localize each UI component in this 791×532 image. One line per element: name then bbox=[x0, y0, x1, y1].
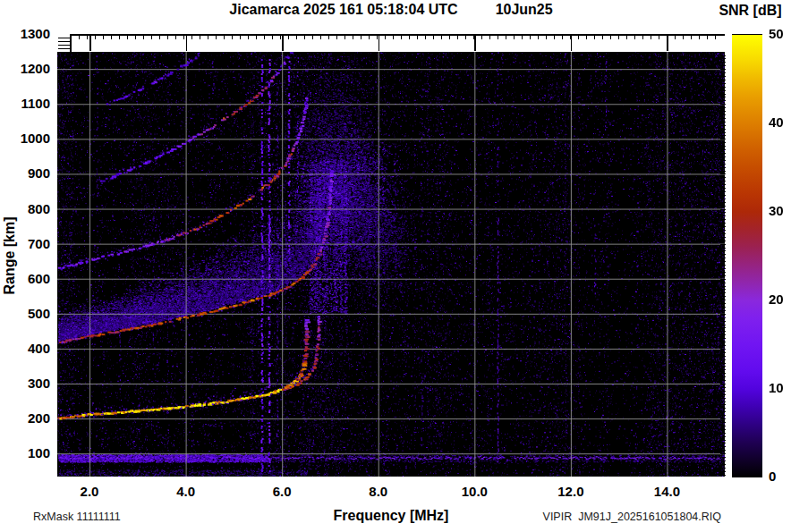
x-minor-tick bbox=[119, 34, 120, 39]
y-minor-tick-right bbox=[720, 296, 726, 297]
x-minor-tick bbox=[191, 34, 192, 39]
x-minor-tick bbox=[87, 34, 88, 39]
y-minor-tick-right bbox=[720, 331, 726, 332]
x-minor-tick bbox=[554, 34, 555, 39]
y-minor-tick-right bbox=[720, 104, 726, 105]
y-minor-tick-right bbox=[720, 69, 726, 70]
y-minor-tick-right bbox=[720, 206, 726, 207]
x-minor-tick bbox=[449, 34, 450, 39]
y-minor-tick-right bbox=[720, 468, 726, 469]
y-minor-tick-right bbox=[720, 436, 726, 437]
x-minor-tick bbox=[457, 34, 458, 39]
y-minor-tick-right bbox=[720, 230, 726, 231]
x-major-tick bbox=[378, 34, 380, 51]
x-major-tick bbox=[474, 34, 476, 51]
x-minor-tick bbox=[401, 34, 402, 39]
x-minor-tick bbox=[216, 34, 217, 39]
y-minor-tick-right bbox=[720, 226, 726, 227]
x-minor-tick bbox=[280, 34, 281, 39]
y-tick-label: 900 bbox=[0, 165, 50, 181]
x-minor-tick bbox=[248, 34, 249, 39]
y-tick-label: 600 bbox=[0, 271, 50, 286]
y-minor-tick-right bbox=[720, 398, 726, 399]
y-minor-tick-right bbox=[720, 244, 726, 245]
y-minor-tick-right bbox=[720, 135, 726, 136]
x-tick-label: 4.0 bbox=[176, 484, 195, 499]
y-minor-tick-right bbox=[720, 188, 726, 189]
y-minor-tick-right bbox=[720, 283, 726, 283]
y-minor-tick-right bbox=[720, 139, 726, 139]
y-minor-tick-right bbox=[720, 62, 726, 63]
y-minor-tick-right bbox=[720, 198, 726, 199]
ionogram-heatmap bbox=[57, 52, 725, 477]
x-minor-tick bbox=[594, 34, 595, 39]
x-minor-tick bbox=[506, 34, 506, 39]
colorbar-tick-label: 40 bbox=[769, 114, 784, 130]
x-minor-tick bbox=[240, 34, 241, 39]
y-minor-tick-right bbox=[720, 233, 726, 234]
y-minor-tick-right bbox=[720, 171, 726, 172]
y-minor-tick-right bbox=[720, 55, 726, 56]
y-minor-tick-right bbox=[720, 254, 726, 255]
colorbar-tick-label: 50 bbox=[769, 26, 784, 41]
y-minor-tick-right bbox=[720, 387, 726, 388]
x-minor-tick bbox=[127, 34, 128, 39]
y-minor-tick-right bbox=[720, 453, 726, 454]
x-minor-tick bbox=[344, 34, 345, 39]
y-tick-label: 300 bbox=[0, 376, 50, 391]
x-minor-tick bbox=[264, 34, 265, 39]
y-tick-label: 1300 bbox=[0, 26, 50, 41]
y-minor-tick-right bbox=[720, 164, 726, 165]
y-minor-tick-right bbox=[720, 132, 726, 133]
y-minor-tick-right bbox=[720, 429, 726, 430]
x-minor-tick bbox=[288, 34, 289, 39]
y-minor-tick-right bbox=[720, 107, 726, 108]
x-minor-tick bbox=[498, 34, 498, 39]
colorbar-tick-label: 30 bbox=[769, 203, 784, 218]
y-tick-label: 1200 bbox=[0, 61, 50, 76]
filename-label: VIPIR JM91J_2025161051804.RIQ bbox=[543, 511, 721, 523]
x-minor-tick bbox=[385, 34, 386, 39]
y-minor-tick-right bbox=[720, 223, 726, 224]
y-tick-label: 1000 bbox=[0, 131, 50, 146]
y-minor-tick-right bbox=[720, 321, 726, 322]
y-minor-tick-right bbox=[720, 327, 726, 328]
x-minor-tick bbox=[361, 34, 361, 39]
y-minor-tick-right bbox=[720, 460, 726, 461]
x-minor-tick bbox=[441, 34, 442, 39]
x-tick-label: 12.0 bbox=[557, 484, 583, 499]
y-minor-tick-right bbox=[720, 404, 726, 405]
x-minor-tick bbox=[224, 34, 225, 39]
y-minor-tick-right bbox=[720, 457, 726, 458]
y-minor-tick-right bbox=[720, 195, 726, 196]
y-minor-tick-right bbox=[720, 167, 726, 168]
x-minor-tick bbox=[522, 34, 523, 39]
x-tick-label: 14.0 bbox=[654, 484, 680, 499]
y-minor-tick-right bbox=[720, 300, 726, 300]
x-minor-tick bbox=[159, 34, 160, 39]
x-minor-tick bbox=[433, 34, 434, 39]
y-minor-tick-right bbox=[720, 394, 726, 395]
x-minor-tick bbox=[602, 34, 603, 39]
y-minor-tick-right bbox=[720, 173, 726, 174]
x-minor-tick bbox=[369, 34, 370, 39]
x-minor-tick bbox=[425, 34, 426, 39]
x-minor-tick bbox=[336, 34, 337, 39]
y-minor-tick-right bbox=[720, 156, 726, 157]
y-minor-tick-right bbox=[720, 471, 726, 472]
y-minor-tick-right bbox=[720, 310, 726, 311]
title-date: 10Jun25 bbox=[496, 2, 553, 18]
y-minor-tick-right bbox=[720, 422, 726, 423]
y-minor-tick-right bbox=[720, 118, 726, 119]
colorbar-title: SNR [dB] bbox=[710, 3, 791, 19]
x-minor-tick bbox=[296, 34, 297, 39]
y-minor-tick-right bbox=[720, 268, 726, 269]
x-minor-tick bbox=[651, 34, 651, 39]
y-minor-tick-right bbox=[720, 241, 726, 241]
y-minor-tick-right bbox=[720, 334, 726, 335]
y-minor-tick-right bbox=[720, 359, 726, 360]
y-minor-tick-right bbox=[720, 376, 726, 377]
y-tick-label: 700 bbox=[0, 236, 50, 251]
x-major-tick bbox=[89, 34, 91, 51]
x-tick-label: 6.0 bbox=[273, 484, 292, 499]
